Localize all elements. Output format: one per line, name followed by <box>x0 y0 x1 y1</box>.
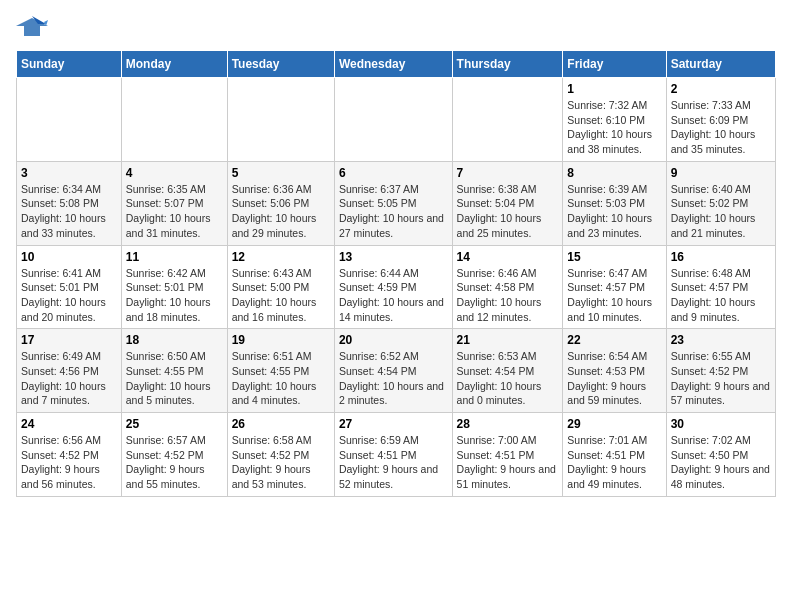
calendar-cell: 30Sunrise: 7:02 AM Sunset: 4:50 PM Dayli… <box>666 413 775 497</box>
day-number: 4 <box>126 166 223 180</box>
day-header-wednesday: Wednesday <box>334 51 452 78</box>
day-number: 1 <box>567 82 661 96</box>
day-number: 3 <box>21 166 117 180</box>
svg-marker-0 <box>16 18 48 36</box>
day-info: Sunrise: 6:50 AM Sunset: 4:55 PM Dayligh… <box>126 349 223 408</box>
day-info: Sunrise: 7:32 AM Sunset: 6:10 PM Dayligh… <box>567 98 661 157</box>
day-info: Sunrise: 6:34 AM Sunset: 5:08 PM Dayligh… <box>21 182 117 241</box>
day-info: Sunrise: 6:55 AM Sunset: 4:52 PM Dayligh… <box>671 349 771 408</box>
calendar-cell: 19Sunrise: 6:51 AM Sunset: 4:55 PM Dayli… <box>227 329 334 413</box>
day-info: Sunrise: 6:52 AM Sunset: 4:54 PM Dayligh… <box>339 349 448 408</box>
calendar-cell: 26Sunrise: 6:58 AM Sunset: 4:52 PM Dayli… <box>227 413 334 497</box>
day-number: 27 <box>339 417 448 431</box>
calendar-cell: 16Sunrise: 6:48 AM Sunset: 4:57 PM Dayli… <box>666 245 775 329</box>
calendar-cell <box>452 78 563 162</box>
day-info: Sunrise: 6:44 AM Sunset: 4:59 PM Dayligh… <box>339 266 448 325</box>
day-header-thursday: Thursday <box>452 51 563 78</box>
calendar-cell: 27Sunrise: 6:59 AM Sunset: 4:51 PM Dayli… <box>334 413 452 497</box>
calendar-cell: 4Sunrise: 6:35 AM Sunset: 5:07 PM Daylig… <box>121 161 227 245</box>
day-number: 10 <box>21 250 117 264</box>
day-header-saturday: Saturday <box>666 51 775 78</box>
day-header-sunday: Sunday <box>17 51 122 78</box>
day-number: 25 <box>126 417 223 431</box>
day-info: Sunrise: 7:01 AM Sunset: 4:51 PM Dayligh… <box>567 433 661 492</box>
week-row-4: 17Sunrise: 6:49 AM Sunset: 4:56 PM Dayli… <box>17 329 776 413</box>
day-info: Sunrise: 6:46 AM Sunset: 4:58 PM Dayligh… <box>457 266 559 325</box>
day-info: Sunrise: 6:40 AM Sunset: 5:02 PM Dayligh… <box>671 182 771 241</box>
calendar-cell: 2Sunrise: 7:33 AM Sunset: 6:09 PM Daylig… <box>666 78 775 162</box>
calendar-cell: 12Sunrise: 6:43 AM Sunset: 5:00 PM Dayli… <box>227 245 334 329</box>
week-row-3: 10Sunrise: 6:41 AM Sunset: 5:01 PM Dayli… <box>17 245 776 329</box>
calendar-cell: 8Sunrise: 6:39 AM Sunset: 5:03 PM Daylig… <box>563 161 666 245</box>
day-number: 11 <box>126 250 223 264</box>
calendar-cell: 28Sunrise: 7:00 AM Sunset: 4:51 PM Dayli… <box>452 413 563 497</box>
calendar-cell: 1Sunrise: 7:32 AM Sunset: 6:10 PM Daylig… <box>563 78 666 162</box>
day-number: 28 <box>457 417 559 431</box>
day-number: 12 <box>232 250 330 264</box>
day-info: Sunrise: 6:35 AM Sunset: 5:07 PM Dayligh… <box>126 182 223 241</box>
day-info: Sunrise: 6:58 AM Sunset: 4:52 PM Dayligh… <box>232 433 330 492</box>
day-number: 24 <box>21 417 117 431</box>
day-info: Sunrise: 6:51 AM Sunset: 4:55 PM Dayligh… <box>232 349 330 408</box>
day-info: Sunrise: 6:38 AM Sunset: 5:04 PM Dayligh… <box>457 182 559 241</box>
header-area <box>16 16 776 42</box>
calendar-cell: 18Sunrise: 6:50 AM Sunset: 4:55 PM Dayli… <box>121 329 227 413</box>
day-info: Sunrise: 6:48 AM Sunset: 4:57 PM Dayligh… <box>671 266 771 325</box>
day-info: Sunrise: 6:57 AM Sunset: 4:52 PM Dayligh… <box>126 433 223 492</box>
calendar-cell: 25Sunrise: 6:57 AM Sunset: 4:52 PM Dayli… <box>121 413 227 497</box>
day-number: 14 <box>457 250 559 264</box>
day-info: Sunrise: 7:00 AM Sunset: 4:51 PM Dayligh… <box>457 433 559 492</box>
day-number: 23 <box>671 333 771 347</box>
day-header-monday: Monday <box>121 51 227 78</box>
calendar-cell: 5Sunrise: 6:36 AM Sunset: 5:06 PM Daylig… <box>227 161 334 245</box>
day-number: 30 <box>671 417 771 431</box>
day-number: 9 <box>671 166 771 180</box>
day-number: 8 <box>567 166 661 180</box>
day-info: Sunrise: 6:42 AM Sunset: 5:01 PM Dayligh… <box>126 266 223 325</box>
day-number: 17 <box>21 333 117 347</box>
calendar-cell: 3Sunrise: 6:34 AM Sunset: 5:08 PM Daylig… <box>17 161 122 245</box>
day-number: 6 <box>339 166 448 180</box>
day-number: 18 <box>126 333 223 347</box>
calendar-cell: 22Sunrise: 6:54 AM Sunset: 4:53 PM Dayli… <box>563 329 666 413</box>
day-info: Sunrise: 6:49 AM Sunset: 4:56 PM Dayligh… <box>21 349 117 408</box>
calendar-cell: 23Sunrise: 6:55 AM Sunset: 4:52 PM Dayli… <box>666 329 775 413</box>
day-info: Sunrise: 6:54 AM Sunset: 4:53 PM Dayligh… <box>567 349 661 408</box>
calendar-table: SundayMondayTuesdayWednesdayThursdayFrid… <box>16 50 776 497</box>
day-info: Sunrise: 6:47 AM Sunset: 4:57 PM Dayligh… <box>567 266 661 325</box>
calendar-cell: 15Sunrise: 6:47 AM Sunset: 4:57 PM Dayli… <box>563 245 666 329</box>
day-info: Sunrise: 6:56 AM Sunset: 4:52 PM Dayligh… <box>21 433 117 492</box>
calendar-cell: 17Sunrise: 6:49 AM Sunset: 4:56 PM Dayli… <box>17 329 122 413</box>
day-info: Sunrise: 6:41 AM Sunset: 5:01 PM Dayligh… <box>21 266 117 325</box>
calendar-cell: 13Sunrise: 6:44 AM Sunset: 4:59 PM Dayli… <box>334 245 452 329</box>
calendar-cell: 21Sunrise: 6:53 AM Sunset: 4:54 PM Dayli… <box>452 329 563 413</box>
day-info: Sunrise: 6:36 AM Sunset: 5:06 PM Dayligh… <box>232 182 330 241</box>
logo-bird-icon <box>16 16 48 42</box>
day-number: 26 <box>232 417 330 431</box>
day-info: Sunrise: 6:53 AM Sunset: 4:54 PM Dayligh… <box>457 349 559 408</box>
week-row-2: 3Sunrise: 6:34 AM Sunset: 5:08 PM Daylig… <box>17 161 776 245</box>
day-number: 7 <box>457 166 559 180</box>
day-number: 5 <box>232 166 330 180</box>
day-number: 19 <box>232 333 330 347</box>
day-info: Sunrise: 6:43 AM Sunset: 5:00 PM Dayligh… <box>232 266 330 325</box>
day-number: 21 <box>457 333 559 347</box>
day-number: 20 <box>339 333 448 347</box>
calendar-cell: 20Sunrise: 6:52 AM Sunset: 4:54 PM Dayli… <box>334 329 452 413</box>
day-number: 15 <box>567 250 661 264</box>
calendar-cell: 29Sunrise: 7:01 AM Sunset: 4:51 PM Dayli… <box>563 413 666 497</box>
day-number: 22 <box>567 333 661 347</box>
calendar-cell <box>17 78 122 162</box>
day-info: Sunrise: 7:33 AM Sunset: 6:09 PM Dayligh… <box>671 98 771 157</box>
calendar-cell: 6Sunrise: 6:37 AM Sunset: 5:05 PM Daylig… <box>334 161 452 245</box>
day-header-friday: Friday <box>563 51 666 78</box>
day-number: 2 <box>671 82 771 96</box>
calendar-cell: 24Sunrise: 6:56 AM Sunset: 4:52 PM Dayli… <box>17 413 122 497</box>
calendar-cell: 9Sunrise: 6:40 AM Sunset: 5:02 PM Daylig… <box>666 161 775 245</box>
day-info: Sunrise: 6:59 AM Sunset: 4:51 PM Dayligh… <box>339 433 448 492</box>
calendar-cell: 10Sunrise: 6:41 AM Sunset: 5:01 PM Dayli… <box>17 245 122 329</box>
calendar-cell <box>121 78 227 162</box>
week-row-5: 24Sunrise: 6:56 AM Sunset: 4:52 PM Dayli… <box>17 413 776 497</box>
day-info: Sunrise: 7:02 AM Sunset: 4:50 PM Dayligh… <box>671 433 771 492</box>
calendar-cell: 7Sunrise: 6:38 AM Sunset: 5:04 PM Daylig… <box>452 161 563 245</box>
